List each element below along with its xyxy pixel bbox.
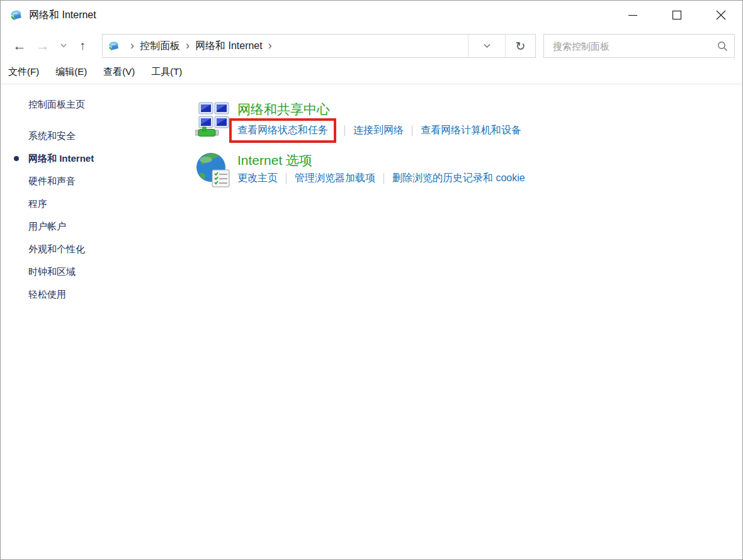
link-separator [383,173,384,184]
address-dropdown-button[interactable] [468,35,505,57]
close-button[interactable] [699,0,743,30]
main-panel: 网络和共享中心 查看网络状态和任务 连接到网络 查看网络计算机和设备 [189,84,743,560]
up-button[interactable]: ↑ [72,39,93,52]
menu-bar: 文件(F) 编辑(E) 查看(V) 工具(T) [0,60,743,84]
sidebar-item-system-security[interactable]: 系统和安全 [0,125,189,147]
sidebar-item-hardware-sound[interactable]: 硬件和声音 [0,170,189,193]
chevron-down-icon [60,43,67,48]
sidebar-item-home[interactable]: 控制面板主页 [0,93,189,116]
link-separator [412,125,412,136]
maximize-icon [672,10,682,20]
search-input[interactable] [552,40,717,52]
sidebar-item-label: 网络和 Internet [28,153,94,164]
back-button[interactable]: ← [9,39,30,52]
link-separator [286,173,286,184]
forward-button[interactable]: → [30,39,55,52]
breadcrumb-network-internet[interactable]: 网络和 Internet [195,40,263,53]
section-title-internet-options[interactable]: Internet 选项 [237,152,525,169]
section-internet-options: Internet 选项 更改主页 管理浏览器加载项 删除浏览的历史记录和 coo… [195,152,743,188]
menu-file[interactable]: 文件(F) [8,66,39,78]
section-network-sharing-center: 网络和共享中心 查看网络状态和任务 连接到网络 查看网络计算机和设备 [195,101,743,143]
recent-pages-dropdown[interactable] [55,43,72,48]
address-bar[interactable]: › 控制面板 › 网络和 Internet › ↻ [102,34,536,58]
search-icon[interactable] [717,41,728,52]
sidebar-item-programs[interactable]: 程序 [0,193,189,215]
minimize-button[interactable] [611,0,655,30]
link-view-network-status[interactable]: 查看网络状态和任务 [237,125,328,135]
control-panel-icon [9,8,24,23]
close-icon [716,10,726,20]
network-computers-icon[interactable] [195,101,232,137]
link-manage-addons[interactable]: 管理浏览器加载项 [295,172,375,185]
breadcrumb-control-panel[interactable]: 控制面板 [140,40,180,53]
breadcrumb-chevron-icon[interactable]: › [130,40,134,51]
search-box[interactable] [543,34,735,58]
window-title: 网络和 Internet [29,9,96,22]
menu-tools[interactable]: 工具(T) [151,66,182,78]
sidebar-item-appearance[interactable]: 外观和个性化 [0,238,189,260]
maximize-button[interactable] [655,0,699,30]
navigation-bar: ← → ↑ › 控制面板 › 网络和 Internet › ↻ [0,30,743,60]
link-change-homepage[interactable]: 更改主页 [237,172,278,185]
chevron-down-icon [484,43,491,48]
control-panel-icon [107,39,121,53]
sidebar: 控制面板主页 系统和安全 网络和 Internet 硬件和声音 程序 用户帐户 … [0,84,189,560]
title-bar: 网络和 Internet [0,0,743,30]
menu-view[interactable]: 查看(V) [103,66,135,78]
breadcrumb-chevron-icon[interactable]: › [186,40,190,51]
section-title-network-sharing[interactable]: 网络和共享中心 [237,101,521,118]
link-separator [344,125,345,136]
sidebar-item-ease-of-access[interactable]: 轻松使用 [0,283,189,306]
link-view-network-computers[interactable]: 查看网络计算机和设备 [421,124,521,137]
link-delete-history-cookies[interactable]: 删除浏览的历史记录和 cookie [392,172,525,185]
annotation-highlight-box: 查看网络状态和任务 [229,118,336,143]
sidebar-item-clock-region[interactable]: 时钟和区域 [0,260,189,283]
internet-options-icon[interactable] [195,152,232,188]
link-connect-to-network[interactable]: 连接到网络 [353,124,404,137]
sidebar-item-network-internet[interactable]: 网络和 Internet [0,147,189,170]
refresh-button[interactable]: ↻ [505,35,535,57]
selected-bullet-icon [14,156,19,161]
sidebar-item-user-accounts[interactable]: 用户帐户 [0,215,189,238]
menu-edit[interactable]: 编辑(E) [55,66,87,78]
minimize-icon [628,10,638,20]
breadcrumb-chevron-icon[interactable]: › [268,40,272,51]
